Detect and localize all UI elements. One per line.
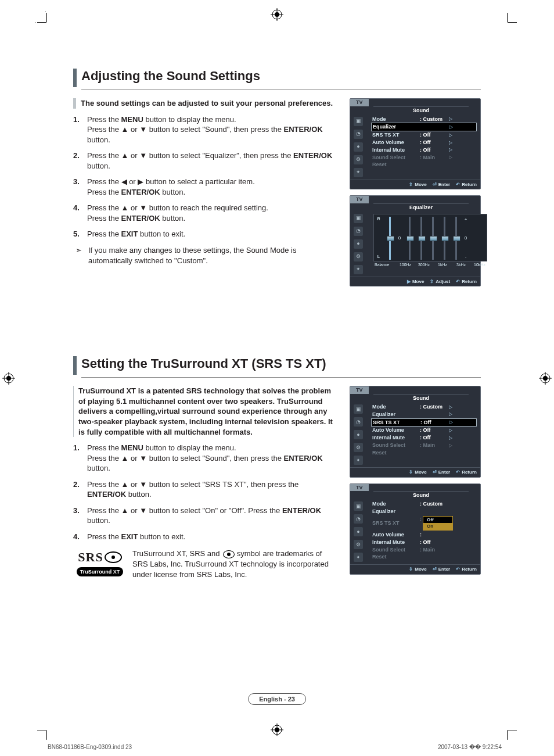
step-text: Press the ▲ or ▼ button to reach the req…	[87, 203, 339, 223]
osd-sidebar-icon: ✦	[354, 553, 363, 562]
eq-slider[interactable]	[440, 217, 448, 260]
osd-item-label: Mode	[372, 501, 418, 507]
chevron-right-icon: ▷	[449, 124, 453, 130]
steps-list: 1.Press the MENU button to display the m…	[73, 114, 339, 239]
eq-slider[interactable]	[429, 217, 437, 260]
osd-footer-hint: ↶Return	[456, 279, 477, 285]
osd-item-label: Sound Select	[372, 547, 418, 553]
osd-menu-item[interactable]: Mode: Custom▷	[371, 403, 477, 411]
osd-menu-item[interactable]: SRS TS XT: Off▷	[371, 418, 477, 427]
eq-thumb[interactable]	[441, 236, 449, 241]
osd-sidebar-icon: ⚙	[354, 155, 363, 164]
eq-slider[interactable]	[405, 217, 413, 260]
osd-menu-item[interactable]: Mode: Custom	[371, 500, 477, 508]
eq-thumb[interactable]	[387, 236, 394, 241]
eq-thumb[interactable]	[418, 236, 426, 241]
osd-item-value: : Custom	[420, 501, 447, 507]
step-number: 4.	[73, 203, 87, 223]
step-number: 3.	[73, 177, 87, 197]
step-text: Press the ▲ or ▼ button to select "On" o…	[87, 506, 339, 526]
osd-menu-item[interactable]: Auto Volume: Off▷	[371, 427, 477, 434]
osd-item-value: : Main	[420, 547, 447, 553]
osd-item-label: Auto Volume	[372, 427, 418, 433]
osd-item-label: Sound Select	[372, 442, 418, 449]
chevron-right-icon: ▷	[449, 443, 452, 449]
srs-logo: SRS TruSurround XT	[73, 549, 127, 579]
step-number: 5.	[73, 229, 87, 239]
osd-item-value: : Off	[420, 147, 447, 153]
osd-menu-item: Sound Select: Main▷	[371, 442, 477, 449]
osd-tv-tab: TV	[350, 196, 369, 203]
osd-footer-hint: ⇳Move	[409, 470, 426, 475]
osd-footer-hint: ⇳Adjust	[430, 279, 450, 285]
osd-menu-item[interactable]: Auto Volume: Off▷	[371, 139, 477, 146]
osd-footer-hint: ⏎Enter	[433, 567, 450, 572]
osd-item-label: Auto Volume	[372, 139, 418, 146]
osd-item-label: Mode	[372, 404, 418, 410]
osd-footer-hint: ▶Move	[407, 279, 424, 285]
note-text: If you make any changes to these setting…	[88, 245, 339, 266]
chevron-right-icon: ▷	[449, 116, 452, 122]
osd-footer-hint: ↶Return	[456, 567, 477, 572]
section-trusurround: Setting the TruSurround XT (SRS TS XT) T…	[73, 356, 481, 580]
osd-item-value: : Off	[420, 539, 447, 546]
osd-item-value: : Off	[420, 427, 447, 433]
eq-thumb[interactable]	[430, 236, 437, 241]
osd-sidebar-icon: ✦	[354, 265, 363, 274]
osd-menu-item[interactable]: Equalizer▷	[371, 411, 477, 418]
osd-menu-item[interactable]: Mode: Custom▷	[371, 116, 477, 123]
osd-sidebar-icon: ⚙	[354, 540, 363, 549]
osd-menu-item[interactable]: Internal Mute: Off▷	[371, 434, 477, 442]
osd-dropdown-option[interactable]: Off	[423, 517, 452, 524]
eq-band-label: Balance	[375, 263, 394, 267]
osd-sidebar-icon: ⚙	[354, 252, 363, 261]
osd-item-value: :	[420, 532, 447, 538]
registration-mark-icon	[539, 372, 552, 385]
osd-sidebar-icon: ◔	[354, 227, 363, 236]
osd-menu-item[interactable]: Internal Mute: Off▷	[371, 146, 477, 154]
step-text: Press the ◀ or ▶ button to select a part…	[87, 177, 339, 197]
osd-item-label: Internal Mute	[372, 539, 418, 546]
osd-sound-panel-dropdown: TVSound▣◔●⚙✦Mode: CustomEqualizerSRS TS …	[350, 483, 481, 575]
osd-menu-item[interactable]: Equalizer	[371, 508, 477, 515]
osd-menu-item[interactable]: SRS TS XT: Off▷	[371, 131, 477, 139]
osd-item-value: : Off	[420, 420, 447, 426]
title-accent-bar	[73, 356, 77, 375]
osd-sound-panel: TVSound▣◔●⚙✦Mode: Custom▷Equalizer▷SRS T…	[350, 98, 481, 189]
eq-slider[interactable]	[417, 217, 425, 260]
osd-sidebar-icon: ▣	[354, 117, 363, 126]
chevron-right-icon: ▷	[449, 428, 452, 433]
eq-band-label: 300Hz	[416, 263, 431, 267]
step-number: 1.	[73, 114, 87, 145]
osd-menu-item: Reset	[371, 553, 477, 561]
srs-trademark-text: TruSurround XT, SRS and symbol are trade…	[132, 549, 339, 579]
eq-slider[interactable]	[452, 217, 460, 260]
osd-menu-item[interactable]: Internal Mute: Off	[371, 539, 477, 546]
osd-item-label: Internal Mute	[372, 435, 418, 441]
osd-menu-item: Sound Select: Main▷	[371, 154, 477, 162]
chevron-right-icon: ▷	[449, 155, 452, 160]
osd-sidebar-icon: ▣	[354, 214, 363, 223]
osd-menu-item[interactable]: Auto Volume:	[371, 531, 477, 539]
osd-menu-item: Reset	[371, 449, 477, 457]
osd-dropdown[interactable]: OffOn	[423, 516, 453, 531]
osd-footer-hint: ⇳Move	[409, 182, 426, 188]
step-text: Press the MENU button to display the men…	[87, 443, 339, 474]
eq-band-label: 10kHz	[472, 263, 487, 267]
osd-sidebar-icon: ▣	[354, 404, 363, 414]
step-text: Press the MENU button to display the men…	[87, 114, 339, 145]
osd-dropdown-option[interactable]: On	[423, 523, 452, 530]
osd-footer-hint: ⇳Move	[409, 567, 426, 572]
osd-menu-item[interactable]: Equalizer▷	[371, 123, 477, 131]
osd-item-label: Internal Mute	[372, 147, 418, 153]
eq-thumb[interactable]	[406, 236, 414, 241]
section-title: Adjusting the Sound Settings	[81, 69, 481, 87]
osd-tv-tab: TV	[350, 484, 369, 492]
osd-item-label: Equalizer	[373, 124, 418, 130]
eq-slider[interactable]	[386, 217, 394, 260]
eq-thumb[interactable]	[453, 236, 461, 241]
osd-item-label: Sound Select	[372, 155, 418, 161]
eq-band-label: 100Hz	[398, 263, 413, 267]
page-number: English - 23	[248, 693, 306, 705]
osd-item-value: : Custom	[420, 404, 447, 410]
